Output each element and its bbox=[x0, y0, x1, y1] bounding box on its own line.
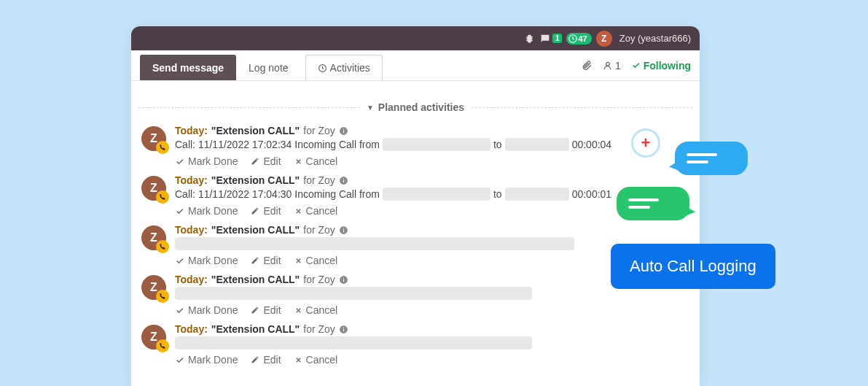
attachment-icon[interactable] bbox=[581, 60, 593, 72]
green-bubble-icon bbox=[617, 187, 689, 220]
activities-tab[interactable]: Activities bbox=[305, 55, 383, 80]
edit-button[interactable]: Edit bbox=[251, 205, 281, 217]
svg-rect-7 bbox=[343, 180, 344, 182]
cancel-button[interactable]: Cancel bbox=[294, 304, 338, 316]
mark-done-button[interactable]: Mark Done bbox=[175, 205, 238, 217]
planned-activities-header[interactable]: ▼ Planned activities bbox=[131, 81, 700, 119]
phone-icon bbox=[156, 290, 169, 303]
cancel-button[interactable]: Cancel bbox=[294, 155, 338, 167]
activity-title: "Extension CALL" bbox=[211, 174, 300, 186]
svg-rect-13 bbox=[343, 279, 344, 282]
phone-icon bbox=[156, 141, 169, 154]
svg-rect-4 bbox=[343, 130, 344, 133]
redacted bbox=[383, 188, 490, 201]
duration: 00:00:01 bbox=[572, 188, 612, 200]
redacted bbox=[175, 287, 532, 300]
svg-rect-14 bbox=[343, 277, 344, 278]
topbar: 1 47 Z Zoy (yeastar666) bbox=[131, 26, 700, 50]
for-label: for Zoy bbox=[303, 323, 335, 335]
date-label: Today: bbox=[175, 323, 208, 335]
svg-rect-17 bbox=[343, 327, 344, 328]
user-display-name[interactable]: Zoy (yeastar666) bbox=[619, 33, 691, 44]
edit-button[interactable]: Edit bbox=[251, 155, 281, 167]
date-label: Today: bbox=[175, 125, 208, 136]
date-label: Today: bbox=[175, 274, 208, 285]
svg-rect-8 bbox=[343, 178, 344, 179]
info-icon[interactable] bbox=[339, 176, 348, 185]
activity-item: ZToday:"Extension CALL"for ZoyCall: 11/1… bbox=[131, 169, 700, 218]
followers[interactable]: 1 bbox=[603, 60, 621, 72]
app-window: 1 47 Z Zoy (yeastar666) Send message Log… bbox=[131, 26, 700, 386]
decorative-chat-bubbles: + bbox=[617, 128, 748, 231]
log-note-tab[interactable]: Log note bbox=[236, 55, 301, 80]
for-label: for Zoy bbox=[303, 125, 335, 136]
for-label: for Zoy bbox=[303, 274, 335, 285]
cancel-button[interactable]: Cancel bbox=[294, 205, 338, 217]
user-avatar-small[interactable]: Z bbox=[596, 31, 612, 47]
bug-icon[interactable] bbox=[524, 33, 535, 44]
activity-title: "Extension CALL" bbox=[211, 224, 300, 236]
plus-icon: + bbox=[631, 128, 660, 158]
for-label: for Zoy bbox=[303, 174, 335, 186]
auto-call-logging-callout: Auto Call Logging bbox=[611, 244, 775, 289]
svg-rect-5 bbox=[343, 128, 344, 129]
date-label: Today: bbox=[175, 224, 208, 236]
redacted bbox=[505, 188, 569, 201]
call-detail: Call: 11/11/2022 17:02:34 Incoming Call … bbox=[175, 139, 380, 150]
blue-bubble-icon bbox=[675, 142, 748, 175]
mark-done-button[interactable]: Mark Done bbox=[175, 155, 238, 167]
mark-done-button[interactable]: Mark Done bbox=[175, 304, 238, 316]
redacted bbox=[175, 336, 532, 350]
for-label: for Zoy bbox=[303, 224, 335, 236]
call-detail: Call: 11/11/2022 17:04:30 Incoming Call … bbox=[175, 188, 380, 200]
phone-icon bbox=[156, 339, 169, 352]
activity-avatar: Z bbox=[141, 325, 166, 350]
phone-icon bbox=[156, 190, 169, 204]
mark-done-button[interactable]: Mark Done bbox=[175, 255, 238, 266]
activity-avatar: Z bbox=[141, 275, 166, 300]
info-icon[interactable] bbox=[339, 325, 348, 334]
info-icon[interactable] bbox=[339, 126, 348, 136]
activity-avatar: Z bbox=[141, 126, 166, 151]
cancel-button[interactable]: Cancel bbox=[294, 255, 338, 266]
phone-icon bbox=[156, 240, 169, 253]
activity-title: "Extension CALL" bbox=[211, 274, 300, 285]
svg-rect-11 bbox=[343, 228, 344, 228]
caret-down-icon: ▼ bbox=[367, 104, 374, 112]
svg-rect-10 bbox=[343, 229, 344, 232]
info-icon[interactable] bbox=[339, 225, 348, 235]
cancel-button[interactable]: Cancel bbox=[294, 354, 338, 366]
edit-button[interactable]: Edit bbox=[251, 304, 281, 316]
activity-avatar: Z bbox=[141, 176, 166, 201]
svg-rect-16 bbox=[343, 328, 344, 331]
activities-list: ZToday:"Extension CALL"for ZoyCall: 11/1… bbox=[131, 119, 700, 367]
send-message-tab[interactable]: Send message bbox=[140, 55, 236, 80]
tabbar: Send message Log note Activities 1 Follo… bbox=[131, 50, 700, 81]
activity-avatar: Z bbox=[141, 225, 166, 250]
info-icon[interactable] bbox=[339, 275, 348, 285]
clock-badge[interactable]: 47 bbox=[566, 33, 591, 45]
date-label: Today: bbox=[175, 174, 208, 186]
mark-done-button[interactable]: Mark Done bbox=[175, 354, 238, 366]
redacted bbox=[383, 138, 490, 151]
activity-title: "Extension CALL" bbox=[211, 323, 300, 335]
duration: 00:00:04 bbox=[572, 139, 612, 150]
edit-button[interactable]: Edit bbox=[251, 255, 281, 266]
activity-item: ZToday:"Extension CALL"for ZoyCall: 11/1… bbox=[131, 119, 700, 169]
chat-icon[interactable]: 1 bbox=[539, 33, 563, 45]
activity-item: ZToday:"Extension CALL"for ZoyMark DoneE… bbox=[131, 317, 700, 367]
chat-badge: 1 bbox=[552, 34, 563, 43]
following-button[interactable]: Following bbox=[631, 60, 691, 72]
svg-point-2 bbox=[606, 62, 610, 66]
redacted bbox=[505, 138, 569, 151]
edit-button[interactable]: Edit bbox=[251, 354, 281, 366]
right-meta: 1 Following bbox=[581, 50, 691, 80]
redacted bbox=[175, 237, 574, 250]
activity-title: "Extension CALL" bbox=[211, 125, 300, 136]
